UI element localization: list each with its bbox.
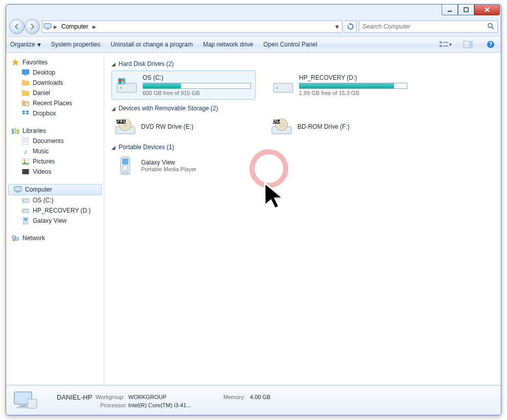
svg-rect-66 — [122, 158, 128, 165]
drive-title: OS (C:) — [143, 74, 251, 81]
computer-group: Computer OS (C:) HP_RECOVERY (D:) Galaxy… — [6, 184, 104, 226]
favorites-header[interactable]: Favorites — [6, 57, 104, 67]
computer-header[interactable]: Computer — [8, 184, 102, 195]
pictures-icon — [21, 157, 30, 166]
change-view-button[interactable]: ▾ — [439, 40, 452, 49]
usage-bar — [143, 83, 251, 89]
device-title: Galaxy View — [141, 159, 196, 166]
help-button[interactable]: ? — [485, 39, 497, 50]
svg-rect-41 — [24, 218, 27, 221]
organize-label: Organize — [10, 41, 35, 48]
dropbox-icon — [21, 109, 30, 118]
open-control-panel-button[interactable]: Open Control Panel — [263, 41, 317, 48]
svg-marker-20 — [22, 112, 26, 114]
back-button[interactable] — [9, 19, 25, 34]
refresh-button[interactable] — [344, 20, 357, 33]
svg-point-45 — [13, 239, 15, 241]
chevron-down-icon: ▾ — [37, 41, 41, 48]
sidebar-item-pictures[interactable]: Pictures — [6, 156, 104, 167]
navigation-pane[interactable]: Favorites Desktop Downloads Daniel Recen… — [6, 53, 104, 385]
address-bar[interactable]: ▸ Computer ▸ ▾ — [42, 20, 342, 33]
svg-rect-0 — [448, 11, 452, 12]
address-dropdown-icon[interactable]: ▾ — [333, 23, 341, 30]
caret-down-icon: ◢ — [111, 106, 116, 111]
sidebar-item-desktop[interactable]: Desktop — [6, 67, 104, 78]
svg-rect-22 — [12, 129, 14, 134]
svg-text:?: ? — [489, 41, 492, 48]
uninstall-program-button[interactable]: Uninstall or change a program — [110, 41, 193, 48]
svg-rect-34 — [14, 186, 21, 191]
computer-icon — [14, 185, 22, 194]
drive-dvd[interactable]: DVD DVD RW Drive (E:) — [111, 115, 256, 138]
close-button[interactable] — [474, 4, 500, 15]
svg-rect-1 — [464, 8, 468, 12]
videos-icon — [21, 168, 30, 176]
breadcrumb-computer[interactable]: Computer — [59, 23, 90, 30]
svg-point-54 — [276, 87, 278, 88]
map-network-drive-button[interactable]: Map network drive — [203, 41, 253, 48]
hdd-icon — [21, 206, 30, 215]
sidebar-item-recent-places[interactable]: Recent Places — [6, 98, 104, 108]
svg-rect-6 — [440, 41, 442, 43]
libraries-group: Libraries Documents ♪Music Pictures Vide… — [6, 126, 104, 177]
removable-section-header[interactable]: ◢ Devices with Removable Storage (2) — [111, 105, 494, 112]
svg-rect-7 — [440, 45, 442, 47]
svg-text:DVD: DVD — [114, 118, 128, 124]
svg-rect-44 — [15, 238, 18, 240]
sidebar-item-music[interactable]: ♪Music — [6, 146, 104, 156]
minimize-button[interactable] — [442, 4, 458, 15]
drive-hp-recovery[interactable]: HP_RECOVERY (D:) 1.89 GB free of 15.3 GB — [268, 71, 412, 100]
search-box[interactable] — [359, 20, 498, 33]
device-subtitle: Portable Media Player — [141, 166, 196, 172]
toolbar: Organize ▾ System properties Uninstall o… — [6, 36, 501, 53]
drive-bd[interactable]: BD BD-ROM Drive (F:) — [268, 115, 412, 138]
chevron-down-icon: ▾ — [449, 42, 452, 47]
drive-os-c[interactable]: OS (C:) 600 GB free of 915 GB — [111, 71, 256, 100]
forward-button[interactable] — [25, 19, 40, 34]
sidebar-item-galaxy-view[interactable]: Galaxy View — [6, 216, 104, 226]
sidebar-item-documents[interactable]: Documents — [6, 136, 104, 146]
network-header[interactable]: Network — [6, 233, 104, 243]
svg-rect-50 — [122, 79, 124, 81]
svg-rect-16 — [24, 75, 27, 76]
star-icon — [11, 58, 19, 66]
cursor-icon — [263, 181, 291, 215]
sidebar-item-downloads[interactable]: Downloads — [6, 78, 104, 88]
network-icon — [11, 234, 19, 242]
system-properties-button[interactable]: System properties — [51, 41, 101, 48]
address-row: ▸ Computer ▸ ▾ — [6, 19, 501, 36]
window-controls — [442, 4, 500, 15]
svg-point-47 — [120, 87, 122, 88]
content-area[interactable]: ◢ Hard Disk Drives (2) OS (C:) 600 GB fr… — [104, 53, 501, 385]
dvd-drive-icon: DVD — [114, 117, 136, 136]
drive-subtitle: 1.89 GB free of 15.3 GB — [299, 90, 407, 96]
computer-icon — [43, 22, 52, 31]
sidebar-item-videos[interactable]: Videos — [6, 167, 104, 177]
organize-menu[interactable]: Organize ▾ — [10, 41, 41, 48]
usage-bar — [299, 83, 407, 89]
caret-down-icon: ◢ — [111, 61, 116, 67]
caret-down-icon: ◢ — [111, 145, 116, 150]
sidebar-item-daniel[interactable]: Daniel — [6, 88, 104, 98]
nav-buttons — [9, 19, 40, 34]
svg-point-37 — [23, 200, 24, 201]
search-input[interactable] — [362, 23, 484, 30]
maximize-button[interactable] — [458, 4, 474, 15]
svg-marker-19 — [26, 110, 29, 112]
sidebar-item-hp-recovery[interactable]: HP_RECOVERY (D:) — [6, 205, 104, 216]
libraries-header[interactable]: Libraries — [6, 126, 104, 136]
svg-text:BD: BD — [272, 118, 281, 124]
device-galaxy-view[interactable]: Galaxy View Portable Media Player — [111, 154, 256, 177]
desktop-icon — [21, 68, 30, 77]
svg-rect-3 — [46, 29, 49, 30]
hdd-section-header[interactable]: ◢ Hard Disk Drives (2) — [111, 60, 494, 67]
preview-pane-button[interactable] — [462, 39, 474, 50]
media-player-icon — [114, 156, 136, 175]
svg-point-17 — [26, 103, 29, 106]
svg-rect-70 — [19, 405, 27, 407]
drive-subtitle: 600 GB free of 915 GB — [143, 90, 251, 96]
sidebar-item-os-c[interactable]: OS (C:) — [6, 195, 104, 205]
media-player-icon — [21, 217, 30, 225]
portable-section-header[interactable]: ◢ Portable Devices (1) — [111, 144, 494, 151]
sidebar-item-dropbox[interactable]: Dropbox — [6, 108, 104, 119]
